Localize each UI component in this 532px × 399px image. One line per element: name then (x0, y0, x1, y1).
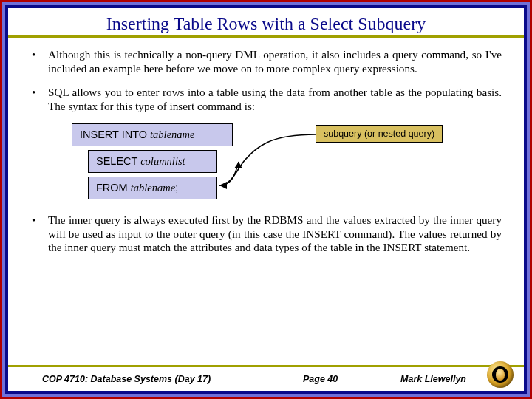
sql-from-box: FROM tablename; (88, 177, 217, 200)
footer-course: COP 4710: Database Systems (Day 17) (8, 374, 211, 384)
bullet-icon: • (30, 48, 48, 75)
slide-content: Inserting Table Rows with a Select Subqu… (8, 8, 524, 391)
list-item: • Although this is technically a non-que… (30, 48, 502, 75)
bullet-icon: • (30, 214, 48, 255)
sql-select-box: SELECT columnlist (88, 150, 217, 173)
slide-frame-outer: Inserting Table Rows with a Select Subqu… (0, 0, 532, 399)
bullet-list: • Although this is technically a non-que… (29, 48, 503, 113)
sql-arg: tablename (150, 129, 194, 140)
sql-keyword: FROM (96, 182, 131, 194)
bullet-text: SQL allows you to enter rows into a tabl… (48, 86, 502, 113)
footer-page: Page 40 (211, 374, 400, 384)
bullet-icon: • (30, 86, 48, 113)
sql-keyword: SELECT (96, 155, 140, 167)
footer: COP 4710: Database Systems (Day 17) Page… (8, 367, 524, 391)
list-item: • The inner query is always executed fir… (30, 214, 502, 255)
callout-connector (202, 132, 327, 200)
bullet-list: • The inner query is always executed fir… (29, 214, 503, 255)
sql-keyword: INSERT INTO (80, 129, 150, 140)
bullet-text: Although this is technically a non-query… (48, 48, 502, 75)
list-item: • SQL allows you to enter rows into a ta… (30, 86, 502, 113)
subquery-callout: subquery (or nested query) (316, 125, 443, 143)
title-underline (8, 35, 524, 38)
sql-syntax-block: INSERT INTO tablename SELECT columnlist … (72, 123, 503, 203)
ucf-logo-icon (485, 360, 515, 389)
sql-arg: columnlist (140, 155, 185, 167)
bullet-text: The inner query is always executed first… (48, 214, 502, 255)
sql-arg: tablename (131, 182, 175, 194)
sql-semicolon: ; (175, 182, 178, 194)
slide-frame-mid: Inserting Table Rows with a Select Subqu… (2, 2, 530, 397)
slide-frame-inner: Inserting Table Rows with a Select Subqu… (5, 5, 527, 394)
page-title: Inserting Table Rows with a Select Subqu… (29, 11, 503, 35)
